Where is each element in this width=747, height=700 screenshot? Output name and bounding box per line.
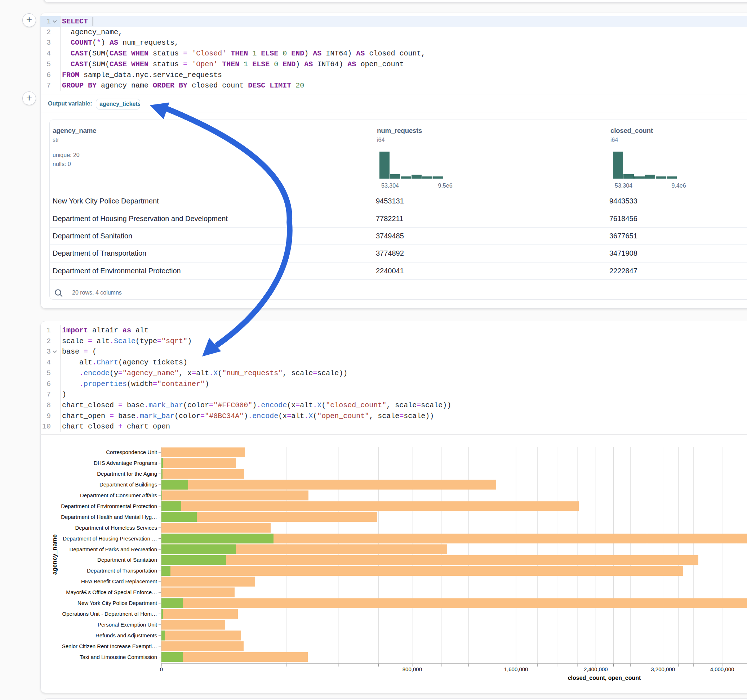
svg-text:DHS Advantage Programs: DHS Advantage Programs (94, 460, 157, 466)
svg-text:4,000,000: 4,000,000 (710, 666, 734, 672)
svg-text:Senior Citizen Rent Increase E: Senior Citizen Rent Increase Exempti… (62, 643, 157, 649)
svg-text:Department for the Aging: Department for the Aging (97, 471, 157, 477)
svg-text:New York City Police Departmen: New York City Police Department (77, 600, 157, 606)
svg-text:Department of Sanitation: Department of Sanitation (97, 557, 157, 563)
svg-text:Personal Exemption Unit: Personal Exemption Unit (98, 622, 157, 628)
svg-text:Department of Homeless Service: Department of Homeless Services (75, 525, 157, 531)
svg-text:Operations Unit - Department o: Operations Unit - Department of Hom… (62, 611, 157, 617)
svg-text:Department of Consumer Affairs: Department of Consumer Affairs (80, 492, 157, 498)
svg-text:Department of Health and Menta: Department of Health and Mental Hyg… (61, 514, 157, 520)
svg-text:1,600,000: 1,600,000 (504, 666, 528, 672)
svg-text:2,400,000: 2,400,000 (584, 666, 608, 672)
svg-text:Department of Environmental Pr: Department of Environmental Protection (61, 503, 157, 509)
svg-text:3,200,000: 3,200,000 (651, 666, 675, 672)
svg-text:agency_name: agency_name (51, 534, 58, 575)
svg-text:Department of Buildings: Department of Buildings (100, 481, 157, 487)
svg-text:Taxi and Limousine Commission: Taxi and Limousine Commission (80, 654, 157, 660)
svg-text:closed_count, open_count: closed_count, open_count (568, 675, 641, 681)
svg-text:HRA Benefit Card Replacement: HRA Benefit Card Replacement (81, 578, 157, 584)
svg-text:Correspondence Unit: Correspondence Unit (106, 449, 157, 455)
svg-text:Department of Housing Preserva: Department of Housing Preservation … (63, 536, 157, 542)
svg-text:Department of Transportation: Department of Transportation (87, 567, 157, 573)
svg-text:Mayorâ€ s Office of Special En: Mayorâ€ s Office of Special Enforce… (66, 589, 157, 595)
svg-text:Refunds and Adjustments: Refunds and Adjustments (95, 632, 157, 638)
svg-text:0: 0 (160, 666, 163, 672)
svg-text:Department of Parks and Recrea: Department of Parks and Recreation (70, 546, 157, 552)
svg-text:800,000: 800,000 (402, 666, 422, 672)
